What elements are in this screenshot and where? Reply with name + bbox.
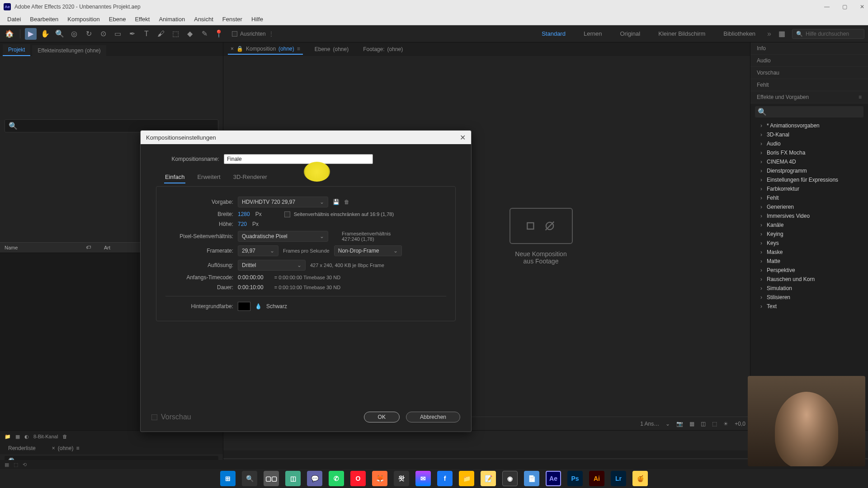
close-icon[interactable]: × bbox=[231, 46, 234, 52]
home-tool[interactable]: 🏠 bbox=[4, 28, 15, 40]
ok-button[interactable]: OK bbox=[364, 412, 400, 422]
menu-datei[interactable]: Datei bbox=[3, 14, 25, 24]
tree-item[interactable]: Keys bbox=[750, 239, 868, 248]
tab-projekt[interactable]: Projekt bbox=[3, 44, 30, 56]
height-value[interactable]: 720 bbox=[238, 221, 247, 227]
tree-item[interactable]: Generieren bbox=[750, 202, 868, 211]
panel-effekte[interactable]: Effekte und Vorgaben≡ bbox=[750, 91, 868, 103]
col-art[interactable]: Art bbox=[104, 245, 110, 250]
bg-color-swatch[interactable] bbox=[238, 302, 250, 311]
start-tc-value[interactable]: 0:00:00:00 bbox=[238, 274, 264, 281]
dialog-titlebar[interactable]: Kompositionseinstellungen ✕ bbox=[141, 131, 471, 144]
bit-depth[interactable]: 8-Bit-Kanal bbox=[33, 434, 58, 439]
comp-name-input[interactable] bbox=[224, 154, 373, 164]
taskbar-firefox-icon[interactable]: 🦊 bbox=[372, 471, 387, 486]
taskbar-taskview-icon[interactable]: ▢▢ bbox=[264, 471, 279, 486]
mask-icon[interactable]: ◫ bbox=[701, 421, 706, 427]
taskbar-opera-icon[interactable]: O bbox=[350, 471, 366, 486]
hamburger-icon[interactable]: ≡ bbox=[859, 94, 862, 100]
tree-item[interactable]: Boris FX Mocha bbox=[750, 148, 868, 157]
workspace-more-icon[interactable]: » bbox=[767, 30, 771, 38]
adjust-icon[interactable]: ◐ bbox=[24, 434, 29, 440]
tree-item[interactable]: Einstellungen für Expressions bbox=[750, 175, 868, 184]
tab-erweitert[interactable]: Erweitert bbox=[196, 171, 221, 183]
fps-select[interactable]: 29,97 ⌄ bbox=[238, 245, 278, 256]
new-comp-from-footage-placeholder[interactable]: Neue Komposition aus Footage bbox=[509, 208, 573, 265]
help-search[interactable]: 🔍 Hilfe durchsuchen bbox=[792, 29, 864, 39]
taskbar-app-icon[interactable]: 왓 bbox=[394, 471, 409, 486]
comp-tab-ebene[interactable]: Ebene (ohne) bbox=[312, 44, 351, 54]
tab-einfach[interactable]: Einfach bbox=[164, 171, 185, 183]
dialog-close-button[interactable]: ✕ bbox=[460, 133, 466, 142]
selection-tool[interactable]: ▶ bbox=[25, 28, 37, 40]
status-icon2[interactable]: ⬚ bbox=[14, 462, 18, 468]
taskbar-widgets-icon[interactable]: ◫ bbox=[285, 471, 301, 486]
menu-ansicht[interactable]: Ansicht bbox=[189, 14, 218, 24]
zoom-tool[interactable]: 🔍 bbox=[54, 28, 66, 40]
menu-effekt[interactable]: Effekt bbox=[130, 14, 154, 24]
panel-audio[interactable]: Audio bbox=[750, 55, 868, 67]
taskbar-obs-icon[interactable]: ◉ bbox=[502, 471, 518, 486]
menu-hilfe[interactable]: Hilfe bbox=[247, 14, 268, 24]
duration-value[interactable]: 0:00:10:00 bbox=[238, 284, 264, 291]
tab-3d-renderer[interactable]: 3D-Renderer bbox=[232, 171, 268, 183]
tab-renderliste[interactable]: Renderliste bbox=[5, 444, 39, 453]
folder-icon[interactable]: 📁 bbox=[5, 434, 11, 440]
clone-tool[interactable]: ⬚ bbox=[170, 28, 181, 40]
tree-item[interactable]: * Animationsvorgaben bbox=[750, 121, 868, 130]
tree-item[interactable]: Keying bbox=[750, 230, 868, 239]
panel-fehlt[interactable]: Fehlt bbox=[750, 79, 868, 91]
snap-checkbox[interactable] bbox=[232, 31, 237, 37]
taskbar-lr-icon[interactable]: Lr bbox=[611, 471, 626, 486]
lock-icon[interactable]: 🔒 bbox=[236, 46, 243, 52]
cancel-button[interactable]: Abbrechen bbox=[406, 412, 460, 422]
effects-search[interactable]: 🔍 bbox=[755, 106, 863, 117]
rotate-tool[interactable]: ↻ bbox=[83, 28, 94, 40]
status-icon[interactable]: ▦ bbox=[5, 462, 9, 468]
view-chevron-icon[interactable]: ⌄ bbox=[665, 421, 670, 427]
menu-komposition[interactable]: Komposition bbox=[63, 14, 104, 24]
minimize-button[interactable]: — bbox=[824, 4, 830, 10]
tree-item[interactable]: CINEMA 4D bbox=[750, 157, 868, 166]
col-name[interactable]: Name bbox=[5, 245, 86, 250]
pen-tool[interactable]: ✒ bbox=[126, 28, 138, 40]
roto-tool[interactable]: ✎ bbox=[198, 28, 210, 40]
tab-effekteinstellungen[interactable]: Effekteinstellungen (ohne) bbox=[32, 45, 106, 56]
brush-tool[interactable]: 🖌 bbox=[155, 28, 167, 40]
taskbar-teams-icon[interactable]: 💬 bbox=[307, 471, 322, 486]
snap-options-icon[interactable]: ⋮ bbox=[269, 31, 274, 37]
puppet-tool[interactable]: 📍 bbox=[213, 28, 225, 40]
tree-item[interactable]: Stilisieren bbox=[750, 293, 868, 302]
type-tool[interactable]: T bbox=[141, 28, 152, 40]
maximize-button[interactable]: ▢ bbox=[842, 4, 847, 10]
taskbar-windows-icon[interactable]: ⊞ bbox=[220, 471, 236, 486]
workspace-lernen[interactable]: Lernen bbox=[584, 30, 602, 37]
status-icon3[interactable]: ⟲ bbox=[23, 462, 27, 468]
taskbar-messenger-icon[interactable]: ✉ bbox=[415, 471, 431, 486]
panel-options-icon[interactable]: ▦ bbox=[776, 28, 788, 40]
tab-menu-icon[interactable]: ≡ bbox=[76, 445, 79, 451]
tree-item[interactable]: 3D-Kanal bbox=[750, 130, 868, 139]
orbit-tool[interactable]: ◎ bbox=[68, 28, 80, 40]
tree-item[interactable]: Farbkorrektur bbox=[750, 184, 868, 193]
exposure-value[interactable]: +0,0 bbox=[735, 421, 745, 427]
taskbar-editor-icon[interactable]: 📄 bbox=[524, 471, 539, 486]
eraser-tool[interactable]: ◆ bbox=[184, 28, 196, 40]
taskbar-ps-icon[interactable]: Ps bbox=[567, 471, 583, 486]
tree-item[interactable]: Dienstprogramm bbox=[750, 166, 868, 175]
trash-icon[interactable]: 🗑 bbox=[62, 434, 67, 439]
comp-tab-footage[interactable]: Footage: (ohne) bbox=[360, 44, 406, 54]
dropframe-select[interactable]: Non-Drop-Frame ⌄ bbox=[334, 245, 402, 256]
resolution-select[interactable]: Drittel ⌄ bbox=[238, 260, 306, 271]
camera-icon[interactable]: 📷 bbox=[676, 421, 683, 427]
menu-fenster[interactable]: Fenster bbox=[218, 14, 247, 24]
tree-item[interactable]: Text bbox=[750, 302, 868, 311]
col-tag-icon[interactable]: 🏷 bbox=[86, 244, 95, 251]
eyedropper-icon[interactable]: 💧 bbox=[255, 303, 262, 310]
preview-checkbox[interactable] bbox=[151, 414, 157, 420]
taskbar-folder-icon[interactable]: 🍯 bbox=[632, 471, 648, 486]
tree-item[interactable]: Immersives Video bbox=[750, 211, 868, 221]
workspace-kleiner[interactable]: Kleiner Bildschirm bbox=[658, 30, 705, 37]
delete-preset-icon[interactable]: 🗑 bbox=[344, 199, 349, 205]
tree-item[interactable]: Rauschen und Korn bbox=[750, 275, 868, 284]
